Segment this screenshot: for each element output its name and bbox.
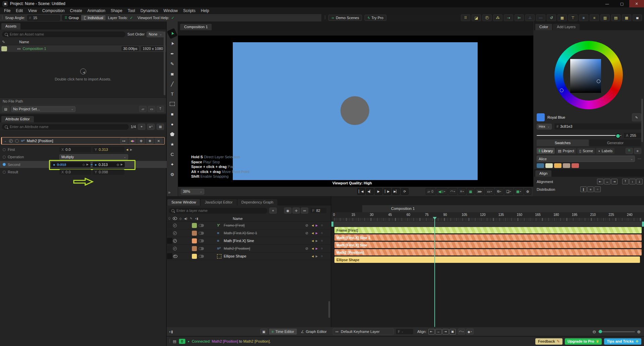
ease-button[interactable]: ◠▸	[458, 329, 465, 335]
timeline-bar-2[interactable]: Math [First.X] Sine 1	[334, 234, 642, 241]
pencil-tool[interactable]: ✎	[168, 60, 176, 68]
filter-icon[interactable]: ≔	[301, 208, 308, 214]
operation-connect-dot[interactable]	[3, 156, 6, 159]
tag-icon[interactable]: ◖▮	[195, 217, 198, 220]
layer-row-1[interactable]: ✓ϒFrame [First]⊘◀▶○	[167, 222, 331, 229]
timeline-range-bar[interactable]	[331, 222, 644, 227]
rows-icon[interactable]: ▤	[611, 14, 621, 21]
expand-panel-chevrons[interactable]: »	[168, 190, 170, 195]
tab-javascript-editor[interactable]: JavaScript Editor	[201, 199, 236, 206]
keyframe-prev-icon[interactable]: ◀	[126, 148, 128, 151]
alpha-field[interactable]: A 255	[624, 133, 641, 138]
asset-import-dropzone[interactable]: Double click here to import Assets.	[0, 52, 166, 98]
layer-solo-cell[interactable]	[167, 222, 172, 228]
result-x-field[interactable]: X0.0	[59, 169, 91, 175]
node-connections-button[interactable]: ⊶	[120, 138, 127, 144]
layer-name[interactable]: Ellipse Shape	[224, 253, 308, 259]
hex-field[interactable]: # 3c81e3	[554, 123, 641, 129]
grid-cells-icon[interactable]: ▦	[622, 14, 631, 21]
menu-animation[interactable]: Animation	[85, 8, 108, 13]
menu-composition[interactable]: Composition	[40, 8, 67, 13]
settings-tool[interactable]: ⚙	[168, 170, 176, 178]
table-icon[interactable]: ▦	[557, 14, 567, 21]
color-swatch-0[interactable]	[537, 163, 544, 168]
layer-name[interactable]: Frame [First]	[224, 222, 308, 228]
range-end-handle[interactable]	[642, 222, 644, 227]
layer-solo-cell[interactable]	[167, 245, 172, 251]
keyframe-next-icon[interactable]: ▶	[316, 245, 320, 251]
keyframe-prev-icon[interactable]: ◀	[312, 253, 316, 259]
alpha-slider[interactable]	[537, 135, 621, 136]
range-start-handle[interactable]	[331, 222, 333, 227]
layer-list-scrollbar[interactable]	[328, 301, 330, 318]
open-folder-button[interactable]: ▱	[139, 106, 147, 112]
lock-icon[interactable]: ⬯	[168, 217, 170, 220]
tab-assets[interactable]: Assets	[1, 23, 20, 30]
more-options-icon[interactable]: ⋯	[638, 157, 641, 161]
pick-whip-button[interactable]: ⌖	[138, 124, 145, 130]
zoom-out-icon[interactable]: ⊖	[592, 329, 596, 334]
enabled-check-icon[interactable]: ✓	[9, 139, 13, 143]
layer-color-swatch[interactable]	[192, 238, 197, 244]
keyframe-align-button-0[interactable]: ⇤	[428, 329, 435, 335]
motion-path-toggle[interactable]: ◠▸	[448, 188, 457, 195]
layer-name[interactable]: Math2 [Position]	[224, 245, 308, 251]
keyframe-nav-button[interactable]: ◀▶	[129, 138, 136, 144]
keyframe-layer-select[interactable]: ≔ Default Keyframe Layer	[333, 328, 394, 335]
trail-arrow-icon[interactable]: ⇢	[504, 14, 513, 21]
layer-name[interactable]: Math [First.X] Sine 1	[224, 230, 308, 236]
layer-solo-cell[interactable]	[167, 253, 172, 259]
camera-icon[interactable]: ◙	[633, 14, 642, 21]
pin-button[interactable]: ✜	[138, 138, 145, 144]
sv-selector[interactable]	[597, 79, 600, 83]
layer-tag-toggle[interactable]	[199, 238, 204, 244]
keyframe-prev-icon[interactable]: ◀	[312, 238, 316, 244]
layer-solo-cell[interactable]	[167, 238, 172, 244]
dots-row-icon[interactable]: ⋯	[536, 14, 545, 21]
close-attribute-button[interactable]: ✕	[155, 138, 162, 144]
menu-tool[interactable]: Tool	[125, 8, 138, 13]
tab-dependency-graph[interactable]: Dependency Graph	[237, 199, 277, 206]
keyframe-next-icon[interactable]: ▶	[130, 148, 132, 151]
first-y-field[interactable]: Y0.313	[93, 147, 124, 152]
rectangle-tool[interactable]: ■	[168, 110, 176, 118]
isolate-icon[interactable]: ◉	[284, 208, 291, 214]
dots-grid-icon[interactable]: ⠿	[461, 14, 470, 21]
keyframe-align-button-2[interactable]: ⇥	[442, 329, 449, 335]
enabled-check-icon[interactable]: ✓	[173, 239, 177, 243]
console-count-badge[interactable]: 0	[179, 339, 185, 344]
ellipse-tool[interactable]: ●	[168, 120, 176, 128]
current-frame-field[interactable]: F 82	[310, 208, 326, 213]
enabled-check-icon[interactable]: ✓	[173, 224, 177, 227]
add-layer-button[interactable]: +	[269, 208, 277, 214]
transform-box-tool[interactable]	[168, 100, 176, 108]
first-connect-dot[interactable]	[3, 148, 6, 151]
align-v-button-1[interactable]: ↕	[629, 179, 636, 184]
keyframe-prev-icon[interactable]: ◀	[312, 245, 316, 251]
align-bars-icon[interactable]: ⊨	[515, 14, 524, 21]
swatch-collection-select[interactable]: Alice⌄	[537, 156, 635, 162]
menu-shape[interactable]: Shape	[108, 8, 125, 13]
keyframe-type-button[interactable]: ◆▸	[466, 329, 474, 335]
second-b-field[interactable]: ● 0.313 ◇▶	[93, 162, 125, 167]
clear-search-button[interactable]: ⊠	[157, 124, 164, 130]
eye-icon[interactable]	[173, 255, 177, 258]
close-button[interactable]: ✕	[629, 0, 644, 7]
transparency-toggle[interactable]: ▩▸	[514, 188, 523, 195]
keyframe-circle-icon[interactable]: ○	[321, 245, 325, 251]
layer-visibility-cell[interactable]: ✓	[173, 222, 178, 228]
cube-icon[interactable]: ◇	[179, 217, 182, 220]
panel-toggle-button[interactable]: ▣	[260, 329, 268, 335]
tab-color[interactable]: Color	[535, 24, 552, 30]
second-a-field[interactable]: ● 0.313 ◇▶	[51, 162, 91, 167]
timeline-ruler[interactable]: 0153045607590105120135150165180195210225…	[331, 212, 644, 222]
arc-tool[interactable]: C	[168, 150, 176, 158]
stagger-down-icon[interactable]: ≡	[579, 14, 588, 21]
stamp-tool-icon[interactable]: ⊤	[568, 14, 578, 21]
line-tool[interactable]: ╱	[168, 80, 176, 88]
speaker-icon[interactable]: ◀⟩	[184, 217, 187, 220]
timeline-zoom-slider[interactable]	[598, 331, 635, 332]
console-icon[interactable]: ▤	[173, 339, 176, 344]
layer-row-5[interactable]: Ellipse Shape◀▶○	[167, 252, 331, 260]
right-panel-scrollbar[interactable]	[641, 99, 643, 142]
